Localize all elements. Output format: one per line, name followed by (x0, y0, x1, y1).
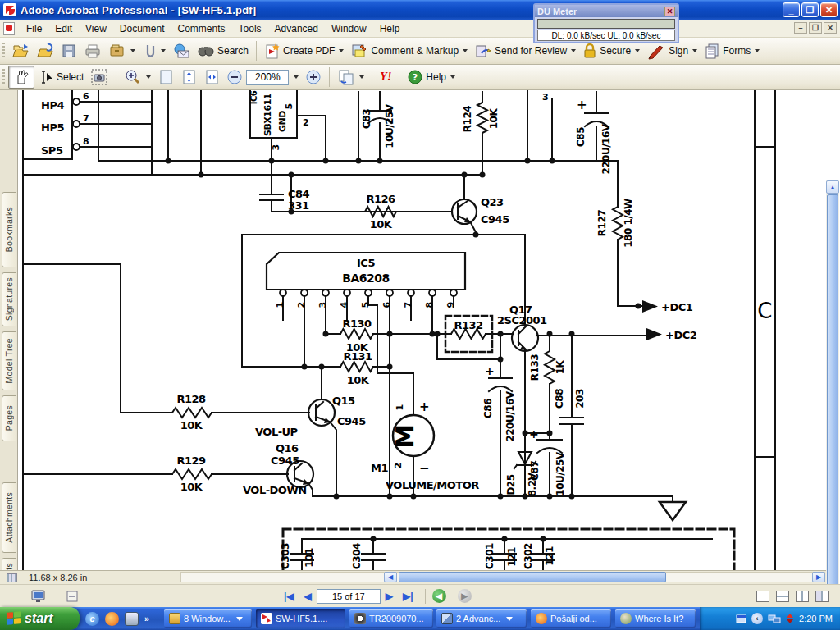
menu-item-help[interactable]: Help (373, 21, 407, 37)
previous-view-button[interactable]: ◀ (432, 589, 446, 603)
tray-dumeter-icon[interactable] (786, 613, 794, 624)
menu-item-view[interactable]: View (79, 21, 113, 37)
screen-mode-icon[interactable] (31, 590, 46, 603)
quicklaunch-ie-icon[interactable]: e (85, 612, 99, 626)
continuous-layout-button[interactable] (776, 591, 789, 602)
tray-hide-icons-button[interactable]: ‹ (751, 613, 763, 624)
restore-button[interactable]: ❐ (801, 2, 819, 17)
facing-layout-button[interactable] (815, 591, 829, 602)
schematic-label: +DC2 (665, 329, 696, 341)
create-pdf-button[interactable]: Create PDF (261, 40, 347, 62)
fit-page-button[interactable] (177, 66, 200, 88)
document-page[interactable]: HP4HP5SP5678IC6SBX1611GND523C8310U/25VR1… (19, 90, 826, 570)
quicklaunch-firefox-icon[interactable] (105, 612, 119, 626)
menu-item-advanced[interactable]: Advanced (268, 21, 325, 37)
sidebar-tab-bookmarks[interactable]: Bookmarks (2, 192, 16, 267)
sidebar-tab-pages[interactable]: Pages (2, 395, 16, 441)
menu-item-tools[interactable]: Tools (232, 21, 268, 37)
toolbar-grip[interactable] (2, 43, 5, 59)
save-button[interactable] (57, 41, 80, 61)
help-label: Help (426, 71, 446, 83)
du-meter-close-icon[interactable]: ✕ (664, 7, 675, 16)
page-navigation-button[interactable] (334, 66, 368, 88)
sidebar-tab-signatures[interactable]: Signatures (2, 272, 16, 326)
search-label: Search (217, 45, 249, 57)
menu-item-window[interactable]: Window (325, 21, 373, 37)
last-page-button[interactable]: ▶| (403, 591, 413, 602)
zoom-value: 200% (255, 71, 281, 83)
open-button[interactable] (8, 41, 33, 61)
search-button[interactable]: Search (194, 41, 252, 61)
taskbar-item-firefox[interactable]: Pošalji od... (531, 609, 611, 628)
junction-dot (547, 494, 553, 500)
scroll-left-button[interactable]: ◀ (384, 572, 397, 582)
comment-markup-button[interactable]: Comment & Markup (347, 40, 471, 62)
print-button[interactable] (80, 41, 105, 61)
schematic-label: − (419, 461, 429, 476)
continuous-facing-layout-button[interactable] (796, 591, 809, 602)
taskbar-item-windows-group[interactable]: 8 Window... (164, 609, 252, 628)
mdi-restore-button[interactable]: ❐ (809, 22, 822, 34)
close-button[interactable]: ✕ (820, 2, 838, 17)
taskbar-item-advanced-group[interactable]: 2 Advanc... (436, 609, 527, 628)
next-view-button[interactable]: ▶ (458, 589, 472, 603)
zoom-level-combobox[interactable]: 200% (246, 70, 289, 85)
attach-button[interactable] (139, 41, 169, 61)
pane-splitter-icon[interactable] (7, 573, 17, 582)
mdi-close-button[interactable]: ✕ (824, 22, 837, 34)
previous-page-button[interactable]: ◀ (304, 591, 312, 602)
start-button[interactable]: start (0, 607, 80, 630)
junction-dot (462, 172, 468, 178)
menu-item-file[interactable]: File (20, 21, 48, 37)
taskbar-item-acrobat[interactable]: SW-HF5.1.... (256, 609, 345, 628)
schematic-label: VOL-DOWN (243, 484, 307, 496)
quicklaunch-app-icon[interactable] (125, 612, 139, 626)
minimize-button[interactable]: _ (783, 2, 800, 17)
schematic-label: 331 (288, 199, 309, 212)
yahoo-button[interactable]: Y! (377, 69, 395, 85)
du-meter-window[interactable]: DU Meter ✕ DL: 0.0 kB/sec UL: 0.0 kB/sec (533, 3, 679, 43)
menu-item-comments[interactable]: Comments (171, 21, 232, 37)
sidebar-tab-model-tree[interactable]: Model Tree (2, 331, 16, 390)
zoom-combo-caret[interactable] (289, 74, 302, 80)
junction-dot (387, 331, 393, 337)
taskbar-item-tr-document[interactable]: TR2009070... (349, 609, 433, 628)
first-page-button[interactable]: |◀ (284, 591, 294, 602)
toolbar-grip[interactable] (2, 69, 5, 85)
schematic-label: M (390, 424, 419, 448)
single-page-layout-button[interactable] (756, 591, 769, 602)
forms-button[interactable]: Forms (701, 40, 763, 62)
junction-dot (334, 494, 340, 500)
horizontal-scroll-thumb[interactable] (399, 572, 666, 582)
snapshot-tool-button[interactable] (87, 66, 112, 88)
page-view-icon[interactable] (66, 590, 79, 603)
sidebar-tab-attachments[interactable]: Attachments (2, 482, 16, 553)
select-tool-button[interactable]: Select (34, 67, 87, 87)
help-button[interactable]: ?Help (404, 67, 459, 87)
next-page-button[interactable]: ▶ (386, 591, 393, 602)
taskbar-item-whereisit[interactable]: Where Is It? (615, 609, 696, 628)
vertical-scrollbar[interactable]: ▲ ▼ (826, 180, 839, 630)
du-meter-titlebar[interactable]: DU Meter ✕ (535, 5, 678, 17)
zoom-tool-button[interactable] (121, 66, 154, 88)
email-button[interactable] (169, 41, 194, 61)
zoom-out-button[interactable] (223, 67, 246, 87)
mdi-minimize-button[interactable]: – (794, 22, 807, 34)
menu-item-document[interactable]: Document (113, 21, 171, 37)
scroll-up-button[interactable]: ▲ (826, 180, 839, 194)
page-indicator[interactable]: 15 of 17 (317, 589, 381, 604)
zoom-in-button[interactable] (302, 67, 325, 87)
vertical-scroll-thumb[interactable] (827, 194, 838, 630)
hand-tool-button[interactable] (8, 66, 34, 89)
tray-window-icon[interactable] (736, 614, 746, 624)
actual-size-button[interactable] (154, 66, 177, 88)
menu-item-edit[interactable]: Edit (48, 21, 79, 37)
sidebar-tab-label: Pages (4, 405, 14, 431)
pin-circle (365, 290, 372, 296)
scroll-right-button[interactable]: ▶ (812, 572, 825, 582)
open-web-button[interactable] (33, 41, 57, 61)
fit-width-button[interactable] (200, 66, 223, 88)
tray-network-icon[interactable] (768, 614, 781, 624)
quicklaunch-chevron[interactable]: » (144, 614, 149, 623)
organizer-button[interactable] (105, 41, 139, 61)
